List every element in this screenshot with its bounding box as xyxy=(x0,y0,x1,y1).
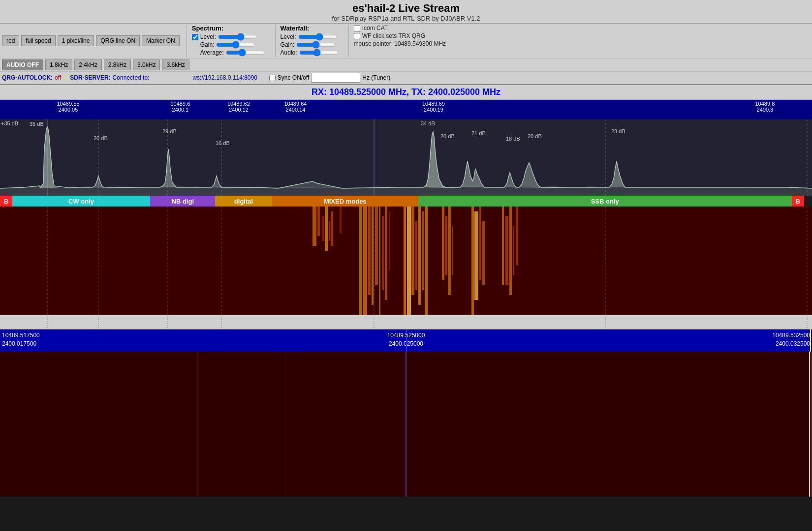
spectrum-avg-row: Average: xyxy=(192,49,265,56)
audio-off-button[interactable]: AUDIO OFF xyxy=(2,59,43,70)
svg-rect-45 xyxy=(516,206,518,266)
svg-rect-63 xyxy=(197,352,198,497)
spectrum-display: +35 dB 35 dB 29 dB 20 dB 16 dB 34 dB 20 … xyxy=(0,119,812,196)
svg-rect-30 xyxy=(418,206,421,305)
controls-row2: AUDIO OFF 1.8kHz 2.4kHz 2.8kHz 3.0kHz 3.… xyxy=(0,59,812,72)
sdr-server-label: SDR-SERVER: xyxy=(70,74,110,81)
svg-rect-28 xyxy=(411,206,414,295)
wf-click-check[interactable] xyxy=(354,33,360,39)
bottom-freq-right-top: 10489.532500 xyxy=(772,331,810,340)
icom-cat-label: Icom CAT xyxy=(362,25,388,31)
spectrum-average-slider[interactable] xyxy=(226,49,265,56)
svg-rect-31 xyxy=(422,211,424,290)
spectrum-level-row: Level: xyxy=(192,33,265,40)
speed-button[interactable]: full speed xyxy=(21,35,55,46)
qrg-autolock-value: off xyxy=(55,74,61,81)
overview-svg xyxy=(0,315,812,330)
svg-rect-16 xyxy=(340,206,342,234)
freq-tick: 10489.62400.1 xyxy=(171,101,190,113)
db-label-20a: 20 dB xyxy=(94,135,108,141)
freq-tick: 10489.552400.05 xyxy=(57,101,80,113)
bottom-wf-svg xyxy=(0,352,812,497)
svg-rect-24 xyxy=(385,206,387,300)
waterfall-svg xyxy=(0,206,812,315)
db-label-21: 21 dB xyxy=(471,130,486,136)
svg-rect-18 xyxy=(363,206,367,315)
wf-audio-slider[interactable] xyxy=(299,49,339,56)
svg-rect-42 xyxy=(505,216,508,285)
waterfall-section: Waterfall: Level: Gain: Audio: xyxy=(275,25,339,57)
svg-rect-21 xyxy=(375,206,378,285)
freq-btn-3[interactable]: 3.0kHz xyxy=(133,59,160,70)
svg-rect-44 xyxy=(513,226,514,275)
wf-click-label: WF click sets TRX QRG xyxy=(362,32,425,39)
wf-gain-label: Gain: xyxy=(281,41,295,48)
bottom-freq-scale: 10489.517500 2400.017500 10489.525000 24… xyxy=(0,329,812,352)
wf-level-label: Level: xyxy=(281,33,296,40)
db-label-20c: 20 dB xyxy=(528,133,542,139)
db-label-34: 34 dB xyxy=(421,120,435,126)
db-label-29: 29 dB xyxy=(162,128,177,134)
band-segment: SSB only xyxy=(418,196,792,206)
hz-label: Hz (Tuner) xyxy=(362,74,390,81)
svg-rect-37 xyxy=(471,206,474,315)
db-label-20b: 20 dB xyxy=(440,133,455,139)
svg-rect-53 xyxy=(0,315,812,330)
svg-rect-0 xyxy=(0,119,812,196)
svg-rect-33 xyxy=(442,206,444,280)
freq-btn-4[interactable]: 3.6kHz xyxy=(162,59,189,70)
svg-rect-10 xyxy=(312,206,316,246)
app-subtitle: for SDRplay RSP1a and RTL-SDR by DJ0ABR … xyxy=(0,15,812,22)
icom-cat-check[interactable] xyxy=(354,25,360,31)
band-segment: B xyxy=(792,196,804,206)
svg-rect-11 xyxy=(317,206,320,236)
freq-tick: 10489.642400.14 xyxy=(284,101,307,113)
freq-btn-2[interactable]: 2.8kHz xyxy=(104,59,131,70)
db-label-23: 23 dB xyxy=(611,128,625,134)
svg-rect-38 xyxy=(474,211,478,300)
db-label-16: 16 dB xyxy=(216,140,230,146)
svg-rect-64 xyxy=(285,352,286,497)
band-segment: digital xyxy=(215,196,272,206)
bottom-freq-left-bot: 2400.017500 xyxy=(2,340,40,348)
svg-rect-43 xyxy=(509,206,512,295)
hz-input[interactable]: 144525000 xyxy=(311,73,360,83)
db-label-35: +35 dB xyxy=(1,120,18,126)
sync-check[interactable] xyxy=(269,75,276,81)
spectrum-level-check[interactable] xyxy=(192,34,198,40)
freq-btn-0[interactable]: 1.8kHz xyxy=(45,59,72,70)
svg-rect-40 xyxy=(482,221,485,285)
wf-gain-row: Gain: xyxy=(281,41,339,48)
svg-rect-32 xyxy=(425,206,428,315)
svg-rect-25 xyxy=(389,211,390,270)
sdr-server-url: ws://192.168.0.114:8090 xyxy=(192,74,257,81)
spectrum-section: Spectrum: Level: Gain: Average: xyxy=(192,25,265,57)
freq-btn-1[interactable]: 2.4kHz xyxy=(74,59,101,70)
svg-rect-27 xyxy=(407,206,411,315)
freq-tick: 10489.692400.19 xyxy=(422,101,445,113)
color-button[interactable]: red xyxy=(2,35,19,46)
wf-level-slider[interactable] xyxy=(298,33,338,40)
bottom-waterfall[interactable] xyxy=(0,352,812,497)
overview-area[interactable] xyxy=(0,315,812,329)
spectrum-svg xyxy=(0,119,812,196)
main-waterfall[interactable] xyxy=(0,206,812,315)
band-bar: BCW onlyNB digidigitalMIXED modesSSB onl… xyxy=(0,196,812,206)
marker-button[interactable]: Marker ON xyxy=(142,35,180,46)
waterfall-title: Waterfall: xyxy=(281,25,339,32)
qrg-button[interactable]: QRG line ON xyxy=(96,35,140,46)
wf-click-row: WF click sets TRX QRG xyxy=(354,32,446,39)
wf-gain-slider[interactable] xyxy=(296,41,336,48)
db-label-35b: 35 dB xyxy=(30,121,44,127)
spectrum-gain-row: Gain: xyxy=(192,41,265,48)
wf-audio-label: Audio: xyxy=(281,49,297,56)
freq-tick: 10489.82400.3 xyxy=(755,101,775,113)
svg-rect-23 xyxy=(382,216,384,290)
bottom-freq-left-top: 10489.517500 xyxy=(2,331,40,340)
spectrum-gain-slider[interactable] xyxy=(216,41,255,48)
icom-section: Icom CAT WF click sets TRX QRG mouse poi… xyxy=(348,25,446,57)
spectrum-level-slider[interactable] xyxy=(218,33,257,40)
wf-level-row: Level: xyxy=(281,33,339,40)
svg-rect-12 xyxy=(322,216,324,241)
pixel-button[interactable]: 1 pixel/line xyxy=(58,35,94,46)
